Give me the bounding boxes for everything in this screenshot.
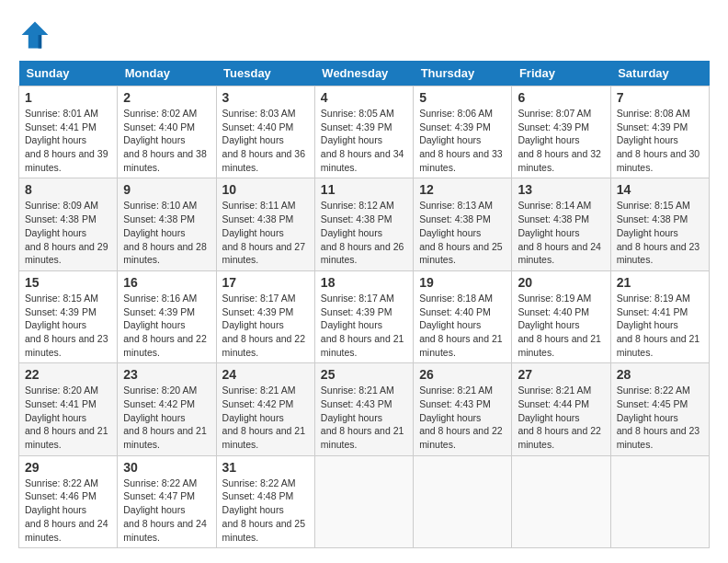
day-number: 4 xyxy=(321,90,407,105)
day-number: 22 xyxy=(25,367,111,382)
calendar-week-row: 29 Sunrise: 8:22 AM Sunset: 4:46 PM Dayl… xyxy=(19,455,710,547)
day-info: Sunrise: 8:17 AM Sunset: 4:39 PM Dayligh… xyxy=(222,293,306,358)
day-info: Sunrise: 8:02 AM Sunset: 4:40 PM Dayligh… xyxy=(123,108,207,173)
calendar-table: SundayMondayTuesdayWednesdayThursdayFrid… xyxy=(18,61,710,548)
day-info: Sunrise: 8:22 AM Sunset: 4:47 PM Dayligh… xyxy=(123,477,207,543)
day-info: Sunrise: 8:22 AM Sunset: 4:46 PM Dayligh… xyxy=(25,477,108,543)
day-number: 25 xyxy=(321,367,407,382)
calendar-cell: 25 Sunrise: 8:21 AM Sunset: 4:43 PM Dayl… xyxy=(314,363,413,455)
calendar-cell: 5 Sunrise: 8:06 AM Sunset: 4:39 PM Dayli… xyxy=(414,86,512,178)
calendar-cell xyxy=(414,455,512,547)
calendar-week-row: 15 Sunrise: 8:15 AM Sunset: 4:39 PM Dayl… xyxy=(19,270,710,362)
day-info: Sunrise: 8:22 AM Sunset: 4:45 PM Dayligh… xyxy=(617,385,700,450)
calendar-cell: 1 Sunrise: 8:01 AM Sunset: 4:41 PM Dayli… xyxy=(19,86,118,178)
day-info: Sunrise: 8:06 AM Sunset: 4:39 PM Dayligh… xyxy=(419,108,503,173)
day-number: 10 xyxy=(222,182,309,197)
day-info: Sunrise: 8:17 AM Sunset: 4:39 PM Dayligh… xyxy=(321,293,404,358)
calendar-cell: 8 Sunrise: 8:09 AM Sunset: 4:38 PM Dayli… xyxy=(19,178,118,270)
calendar-cell: 26 Sunrise: 8:21 AM Sunset: 4:43 PM Dayl… xyxy=(414,363,512,455)
day-info: Sunrise: 8:22 AM Sunset: 4:48 PM Dayligh… xyxy=(222,477,306,543)
calendar-week-row: 1 Sunrise: 8:01 AM Sunset: 4:41 PM Dayli… xyxy=(19,86,710,178)
day-info: Sunrise: 8:19 AM Sunset: 4:40 PM Dayligh… xyxy=(518,293,601,358)
day-number: 15 xyxy=(25,275,111,290)
calendar-cell: 10 Sunrise: 8:11 AM Sunset: 4:38 PM Dayl… xyxy=(216,178,314,270)
day-number: 11 xyxy=(321,182,407,197)
calendar-cell: 30 Sunrise: 8:22 AM Sunset: 4:47 PM Dayl… xyxy=(118,455,216,547)
calendar-cell: 15 Sunrise: 8:15 AM Sunset: 4:39 PM Dayl… xyxy=(19,270,118,362)
day-number: 1 xyxy=(25,90,111,105)
calendar-cell: 19 Sunrise: 8:18 AM Sunset: 4:40 PM Dayl… xyxy=(414,270,512,362)
day-number: 2 xyxy=(123,90,210,105)
day-info: Sunrise: 8:20 AM Sunset: 4:41 PM Dayligh… xyxy=(25,385,108,450)
calendar-cell: 7 Sunrise: 8:08 AM Sunset: 4:39 PM Dayli… xyxy=(610,86,709,178)
day-info: Sunrise: 8:09 AM Sunset: 4:38 PM Dayligh… xyxy=(25,200,108,265)
day-info: Sunrise: 8:12 AM Sunset: 4:38 PM Dayligh… xyxy=(321,200,404,265)
day-info: Sunrise: 8:20 AM Sunset: 4:42 PM Dayligh… xyxy=(123,385,207,450)
weekday-header: Thursday xyxy=(414,61,512,86)
day-number: 27 xyxy=(518,367,604,382)
page-header xyxy=(18,18,710,52)
day-number: 24 xyxy=(222,367,309,382)
day-info: Sunrise: 8:13 AM Sunset: 4:38 PM Dayligh… xyxy=(419,200,503,265)
calendar-cell: 18 Sunrise: 8:17 AM Sunset: 4:39 PM Dayl… xyxy=(314,270,413,362)
day-number: 17 xyxy=(222,275,309,290)
day-number: 16 xyxy=(123,275,210,290)
day-number: 26 xyxy=(419,367,506,382)
day-number: 14 xyxy=(617,182,703,197)
day-info: Sunrise: 8:11 AM Sunset: 4:38 PM Dayligh… xyxy=(222,200,306,265)
day-number: 28 xyxy=(617,367,703,382)
day-number: 19 xyxy=(419,275,506,290)
logo-icon xyxy=(18,18,51,52)
day-info: Sunrise: 8:21 AM Sunset: 4:43 PM Dayligh… xyxy=(419,385,503,450)
day-number: 20 xyxy=(518,275,604,290)
day-info: Sunrise: 8:16 AM Sunset: 4:39 PM Dayligh… xyxy=(123,293,207,358)
day-info: Sunrise: 8:08 AM Sunset: 4:39 PM Dayligh… xyxy=(617,108,700,173)
day-number: 8 xyxy=(25,182,111,197)
calendar-cell: 6 Sunrise: 8:07 AM Sunset: 4:39 PM Dayli… xyxy=(512,86,610,178)
calendar-cell: 3 Sunrise: 8:03 AM Sunset: 4:40 PM Dayli… xyxy=(216,86,314,178)
calendar-cell: 21 Sunrise: 8:19 AM Sunset: 4:41 PM Dayl… xyxy=(610,270,709,362)
calendar-cell xyxy=(314,455,413,547)
day-info: Sunrise: 8:10 AM Sunset: 4:38 PM Dayligh… xyxy=(123,200,207,265)
calendar-cell: 17 Sunrise: 8:17 AM Sunset: 4:39 PM Dayl… xyxy=(216,270,314,362)
day-number: 23 xyxy=(123,367,210,382)
day-number: 7 xyxy=(617,90,703,105)
calendar-cell: 22 Sunrise: 8:20 AM Sunset: 4:41 PM Dayl… xyxy=(19,363,118,455)
calendar-cell: 31 Sunrise: 8:22 AM Sunset: 4:48 PM Dayl… xyxy=(216,455,314,547)
calendar-week-row: 22 Sunrise: 8:20 AM Sunset: 4:41 PM Dayl… xyxy=(19,363,710,455)
day-info: Sunrise: 8:19 AM Sunset: 4:41 PM Dayligh… xyxy=(617,293,700,358)
calendar-cell: 13 Sunrise: 8:14 AM Sunset: 4:38 PM Dayl… xyxy=(512,178,610,270)
calendar-cell: 9 Sunrise: 8:10 AM Sunset: 4:38 PM Dayli… xyxy=(118,178,216,270)
calendar-cell: 27 Sunrise: 8:21 AM Sunset: 4:44 PM Dayl… xyxy=(512,363,610,455)
calendar-header-row: SundayMondayTuesdayWednesdayThursdayFrid… xyxy=(19,61,710,86)
day-info: Sunrise: 8:01 AM Sunset: 4:41 PM Dayligh… xyxy=(25,108,108,173)
day-number: 18 xyxy=(321,275,407,290)
calendar-cell: 24 Sunrise: 8:21 AM Sunset: 4:42 PM Dayl… xyxy=(216,363,314,455)
day-info: Sunrise: 8:15 AM Sunset: 4:39 PM Dayligh… xyxy=(25,293,108,358)
calendar-cell: 29 Sunrise: 8:22 AM Sunset: 4:46 PM Dayl… xyxy=(19,455,118,547)
day-info: Sunrise: 8:07 AM Sunset: 4:39 PM Dayligh… xyxy=(518,108,601,173)
calendar-cell: 28 Sunrise: 8:22 AM Sunset: 4:45 PM Dayl… xyxy=(610,363,709,455)
day-info: Sunrise: 8:15 AM Sunset: 4:38 PM Dayligh… xyxy=(617,200,700,265)
day-info: Sunrise: 8:21 AM Sunset: 4:44 PM Dayligh… xyxy=(518,385,601,450)
calendar-cell xyxy=(610,455,709,547)
weekday-header: Saturday xyxy=(610,61,709,86)
day-info: Sunrise: 8:14 AM Sunset: 4:38 PM Dayligh… xyxy=(518,200,601,265)
weekday-header: Tuesday xyxy=(216,61,314,86)
calendar-cell xyxy=(512,455,610,547)
day-info: Sunrise: 8:05 AM Sunset: 4:39 PM Dayligh… xyxy=(321,108,404,173)
day-number: 5 xyxy=(419,90,506,105)
day-number: 29 xyxy=(25,460,111,475)
day-number: 31 xyxy=(222,460,309,475)
day-number: 9 xyxy=(123,182,210,197)
weekday-header: Monday xyxy=(118,61,216,86)
calendar-cell: 23 Sunrise: 8:20 AM Sunset: 4:42 PM Dayl… xyxy=(118,363,216,455)
day-info: Sunrise: 8:03 AM Sunset: 4:40 PM Dayligh… xyxy=(222,108,306,173)
calendar-cell: 11 Sunrise: 8:12 AM Sunset: 4:38 PM Dayl… xyxy=(314,178,413,270)
weekday-header: Wednesday xyxy=(314,61,413,86)
svg-marker-0 xyxy=(22,22,49,49)
logo xyxy=(18,18,57,52)
day-info: Sunrise: 8:18 AM Sunset: 4:40 PM Dayligh… xyxy=(419,293,503,358)
calendar-cell: 2 Sunrise: 8:02 AM Sunset: 4:40 PM Dayli… xyxy=(118,86,216,178)
calendar-cell: 12 Sunrise: 8:13 AM Sunset: 4:38 PM Dayl… xyxy=(414,178,512,270)
